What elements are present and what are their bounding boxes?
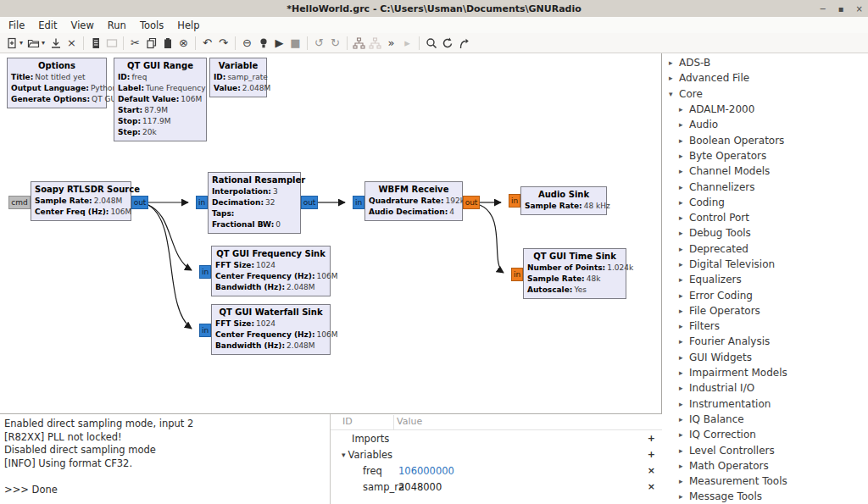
kill-icon[interactable]: ■ — [287, 35, 303, 51]
variable-value[interactable]: 106000000 — [398, 465, 454, 477]
menu-item[interactable]: Tools — [133, 19, 170, 31]
library-tree-item[interactable]: ▸ Fourier Analysis — [662, 334, 868, 349]
rotate-ccw-icon[interactable]: ↺ — [311, 35, 327, 51]
variable-action-button[interactable]: + — [648, 449, 662, 460]
library-tree-item[interactable]: ▸ Error Coding — [662, 287, 868, 302]
block-audio-sink[interactable]: Audio Sink Sample Rate:48 kHz — [520, 186, 607, 215]
maximize-button[interactable]: ▪ — [838, 4, 844, 14]
block-variable[interactable]: Variable ID:samp_rateValue:2.048M — [209, 58, 267, 97]
library-tree-item[interactable]: ▸ GUI Widgets — [662, 350, 868, 365]
connection-wbfm-timesink[interactable] — [480, 205, 504, 273]
tree-expand-icon[interactable]: ▸ — [679, 477, 689, 485]
cut-icon[interactable]: ✂ — [127, 35, 143, 51]
tree-expand-icon[interactable]: ▸ — [679, 492, 689, 501]
reload-icon[interactable] — [439, 35, 455, 51]
tree-expand-icon[interactable]: ▸ — [679, 183, 689, 191]
library-tree-item[interactable]: ▸ Control Port — [662, 210, 868, 225]
port-timesink-in[interactable]: in — [511, 268, 523, 281]
library-tree-item[interactable]: ▸ Filters — [662, 318, 868, 334]
block-rational-resampler[interactable]: Rational Resampler Interpolation:3Decima… — [208, 172, 301, 234]
menu-item[interactable]: Edit — [31, 19, 64, 31]
variable-value[interactable]: 2048000 — [398, 481, 442, 493]
variable-row[interactable]: Imports + — [331, 430, 662, 446]
variable-id[interactable]: freq — [363, 465, 382, 477]
library-tree-item[interactable]: ▸ Impairment Models — [662, 365, 868, 380]
tree-expand-icon[interactable]: ▸ — [679, 337, 689, 346]
variable-action-button[interactable]: + — [648, 433, 662, 444]
port-waterfall-in[interactable]: in — [199, 324, 211, 337]
tree-expand-icon[interactable]: ▾ — [669, 90, 679, 98]
delete-icon[interactable]: ⊗ — [175, 35, 192, 51]
library-tree-item[interactable]: ▸ Industrial I/O — [662, 380, 868, 396]
variable-id[interactable]: Variables — [348, 449, 393, 461]
connection-soapy-waterfall[interactable] — [148, 205, 192, 329]
tree-expand-icon[interactable]: ▸ — [679, 260, 689, 269]
tree-expand-icon[interactable]: ▸ — [679, 136, 689, 145]
tree-expand-icon[interactable]: ▸ — [679, 430, 689, 439]
library-tree-item[interactable]: ▸ Audio — [662, 117, 868, 132]
variable-action-button[interactable]: × — [648, 481, 662, 492]
undo-icon[interactable]: ↶ — [199, 35, 215, 51]
library-tree-item[interactable]: ▸ IQ Correction — [662, 427, 868, 442]
column-divider[interactable] — [393, 415, 394, 429]
library-tree-item[interactable]: ▸ IQ Balance — [662, 412, 868, 427]
library-tree-item[interactable]: ▸ Deprecated — [662, 241, 868, 257]
execute-icon[interactable]: ▶ — [271, 35, 287, 51]
tree-expand-icon[interactable]: ▸ — [679, 307, 689, 315]
port-wbfm-out[interactable]: out — [463, 196, 480, 209]
tree-expand-icon[interactable]: ▸ — [679, 105, 689, 114]
tree-expand-icon[interactable]: ▸ — [679, 213, 689, 222]
tree-expand-icon[interactable]: ▸ — [679, 446, 689, 455]
rotate-cw-icon[interactable]: ↻ — [327, 35, 343, 51]
tree-expand-icon[interactable]: ▸ — [679, 368, 689, 377]
block-qt-gui-range[interactable]: QT GUI Range ID:freqLabel:Tune Frequency… — [114, 58, 207, 141]
port-soapy-cmd[interactable]: cmd — [8, 196, 31, 209]
variable-row[interactable]: samp_ra 2048000 × — [331, 479, 662, 495]
minimize-button[interactable]: − — [819, 4, 826, 14]
library-tree-item[interactable]: ▸ File Operators — [662, 303, 868, 318]
library-tree-item[interactable]: ▸ Boolean Operators — [662, 132, 868, 147]
flowgraph-canvas[interactable]: Options Title:Not titled yetOutput Langu… — [0, 53, 661, 413]
parser-errors-icon[interactable] — [455, 35, 471, 51]
library-tree-item[interactable]: ▸ Message Tools — [662, 489, 868, 504]
tree-expand-icon[interactable]: ▸ — [679, 229, 689, 237]
bulb-icon[interactable] — [255, 35, 271, 51]
tree-expand-icon[interactable]: ▸ — [679, 415, 689, 424]
menu-item[interactable]: Run — [101, 19, 133, 31]
close-window-button[interactable]: × — [856, 4, 863, 14]
port-audio-in[interactable]: in — [509, 194, 520, 208]
library-tree-item[interactable]: ▸ Instrumentation — [662, 396, 868, 412]
save-icon[interactable] — [47, 35, 64, 51]
tree-expand-icon[interactable]: ▸ — [679, 353, 689, 362]
hier-block-icon[interactable] — [351, 35, 367, 51]
block-qt-gui-frequency-sink[interactable]: QT GUI Frequency Sink FFT Size:1024Cente… — [211, 246, 331, 296]
library-tree-item[interactable]: ▸ Level Controllers — [662, 442, 868, 457]
tree-expand-icon[interactable]: ▸ — [679, 152, 689, 160]
library-tree-item[interactable]: ▸ Measurement Tools — [662, 474, 868, 489]
library-tree-item[interactable]: ▸ Channelizers — [662, 179, 868, 194]
variable-id[interactable]: Imports — [352, 433, 389, 445]
variable-row[interactable]: freq 106000000 × — [331, 462, 662, 479]
menu-item[interactable]: View — [64, 19, 101, 31]
close-tab-icon[interactable]: × — [64, 35, 80, 51]
library-tree-item[interactable]: ▸ ADALM-2000 — [662, 102, 868, 117]
screenshot-icon[interactable] — [103, 35, 120, 51]
tree-expand-icon[interactable]: ▸ — [669, 74, 679, 82]
search-icon[interactable] — [423, 35, 439, 51]
port-soapy-out[interactable]: out — [131, 196, 148, 209]
library-tree-item[interactable]: ▸ Digital Television — [662, 257, 868, 272]
hier-block-remove-icon[interactable] — [367, 35, 383, 51]
library-tree-item[interactable]: ▸ Coding — [662, 195, 868, 210]
expand-arrow-icon[interactable]: ▾ — [342, 451, 346, 459]
tree-expand-icon[interactable]: ▸ — [679, 275, 689, 284]
tree-expand-icon[interactable]: ▸ — [679, 384, 689, 392]
tree-expand-icon[interactable]: ▸ — [679, 400, 689, 408]
open-dropdown-icon[interactable]: ▾ — [39, 35, 47, 51]
library-tree-item[interactable]: ▸ Math Operators — [662, 458, 868, 474]
block-soapy-rtlsdr-source[interactable]: Soapy RTLSDR Source Sample Rate:2.048MCe… — [31, 181, 131, 221]
library-tree-item[interactable]: ▸ Channel Models — [662, 163, 868, 179]
tree-expand-icon[interactable]: ▸ — [679, 120, 689, 129]
block-wbfm-receive[interactable]: WBFM Receive Quadrature Rate:192kAudio D… — [364, 181, 463, 221]
library-tree-item[interactable]: ▾ Core — [662, 86, 868, 102]
block-qt-gui-waterfall-sink[interactable]: QT GUI Waterfall Sink FFT Size:1024Cente… — [211, 304, 331, 355]
